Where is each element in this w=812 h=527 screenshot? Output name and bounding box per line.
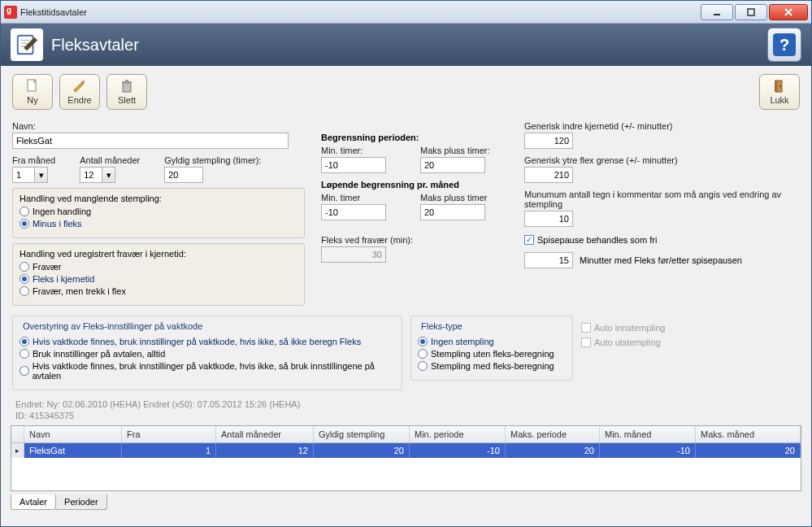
row-indicator-icon — [11, 443, 24, 458]
radio-fleks-kjernetid[interactable]: Fleks i kjernetid — [20, 274, 297, 284]
auto-innstempling-checkbox: Auto innstempling — [581, 323, 665, 333]
uregistrert-fravaer-group: Handling ved uregistrert fravær i kjerne… — [12, 243, 305, 306]
fleks-fravaer-label: Fleks ved fravær (min): — [321, 235, 508, 245]
cell-gyldig: 20 — [314, 443, 410, 458]
overstyring-group: Overstyring av Fleks-innstillinger på va… — [12, 316, 402, 390]
min-fleks-label: Minutter med Fleks før/etter spisepausen — [580, 255, 742, 265]
col-fra[interactable]: Fra — [122, 426, 216, 442]
new-button[interactable]: Ny — [12, 74, 53, 110]
ytre-flex-label: Generisk ytre flex grense (+/- minutter) — [524, 155, 800, 165]
flekstype-title: Fleks-type — [418, 321, 466, 331]
col-maks-periode[interactable]: Maks. periode — [506, 426, 600, 442]
help-button[interactable]: ? — [767, 28, 801, 62]
maks-pluss2-label: Maks pluss timer — [420, 193, 508, 203]
maximize-button[interactable] — [735, 4, 767, 20]
navn-input[interactable] — [12, 133, 289, 149]
cell-min-maned: -10 — [600, 443, 696, 458]
meta-endret: Endret: Ny: 02.06.2010 (HEHA) Endret (x5… — [15, 399, 797, 410]
cell-navn: FleksGat — [24, 443, 122, 458]
gyldig-stempling-input[interactable] — [164, 167, 203, 183]
edit-label: Endre — [67, 95, 91, 105]
min-timer2-label: Min. timer — [321, 193, 409, 203]
ytre-flex-input[interactable] — [524, 167, 573, 183]
meta-info: Endret: Ny: 02.06.2010 (HEHA) Endret (x5… — [1, 395, 811, 424]
chevron-down-icon[interactable]: ▾ — [102, 167, 115, 183]
fra-maned-input[interactable] — [12, 167, 35, 183]
col-min-maned[interactable]: Min. måned — [600, 426, 696, 442]
maks-pluss-label: Maks pluss timer: — [420, 146, 508, 155]
lopende-title: Løpende begrensning pr. måned — [321, 180, 508, 189]
toolbar: Ny Endre Slett Lukk — [1, 66, 811, 118]
manglende-title: Handling ved manglende stempling: — [20, 194, 297, 203]
cell-antall: 12 — [216, 443, 314, 458]
bottom-tabs: Avtaler Perioder — [1, 494, 811, 515]
col-antall[interactable]: Antall måneder — [216, 426, 314, 442]
antall-maneder-combo[interactable]: ▾ — [80, 167, 140, 183]
cell-maks-periode: 20 — [506, 443, 600, 458]
min-tegn-input[interactable] — [524, 211, 573, 227]
cell-fra: 1 — [122, 443, 216, 458]
app-window: Flekstitidsavtaler Fleksavtaler ? Ny End… — [0, 0, 812, 527]
indre-kjernetid-label: Generisk indre kjernetid (+/- minutter) — [524, 121, 800, 131]
fra-maned-label: Fra måned — [12, 155, 55, 165]
close-app-button[interactable]: Lukk — [759, 74, 800, 110]
radio-flekstype-2[interactable]: Stempling uten fleks-beregning — [418, 349, 566, 359]
manglende-stempling-group: Handling ved manglende stempling: Ingen … — [12, 188, 305, 238]
flekstype-group: Fleks-type Ingen stempling Stempling ute… — [410, 316, 573, 381]
data-grid[interactable]: Navn Fra Antall måneder Gyldig stempling… — [11, 425, 801, 491]
radio-fravaer-trekk[interactable]: Fravær, men trekk i flex — [20, 286, 297, 296]
col-navn[interactable]: Navn — [24, 426, 122, 442]
svg-point-15 — [779, 85, 781, 87]
radio-overstyring-1[interactable]: Hvis vaktkode finnes, bruk innstillinger… — [20, 337, 395, 346]
tab-avtaler[interactable]: Avtaler — [11, 494, 56, 510]
fra-maned-combo[interactable]: ▾ — [12, 167, 55, 183]
fleks-fravaer-input — [321, 246, 386, 263]
col-maks-maned[interactable]: Maks. måned — [696, 426, 801, 442]
svg-rect-11 — [122, 81, 132, 83]
edit-button[interactable]: Endre — [59, 74, 100, 110]
notepad-icon — [11, 28, 43, 61]
uregistrert-title: Handling ved uregistrert fravær i kjerne… — [20, 249, 297, 259]
main-content: Navn: Fra måned ▾ Antall måneder — [1, 118, 811, 395]
indre-kjernetid-input[interactable] — [524, 133, 573, 149]
radio-ingen-handling[interactable]: Ingen handling — [20, 207, 297, 216]
delete-label: Slett — [118, 95, 136, 105]
col-min-periode[interactable]: Min. periode — [410, 426, 506, 442]
radio-overstyring-2[interactable]: Bruk innstillinger på avtalen, alltid — [20, 349, 395, 359]
spisepause-checkbox[interactable]: Spisepause behandles som fri — [524, 235, 800, 245]
radio-flekstype-3[interactable]: Stempling med fleks-beregning — [418, 361, 566, 371]
radio-fravaer[interactable]: Fravær — [20, 262, 297, 272]
pencil-icon — [72, 79, 87, 94]
help-icon: ? — [773, 33, 796, 56]
maks-pluss-input[interactable] — [420, 157, 485, 173]
door-icon — [772, 79, 787, 94]
page-title: Fleksavtaler — [51, 36, 139, 54]
gyldig-stempling-label: Gyldig stempling (timer): — [164, 155, 261, 165]
grid-header: Navn Fra Antall måneder Gyldig stempling… — [11, 426, 801, 443]
close-button[interactable] — [769, 4, 808, 20]
app-icon — [4, 6, 17, 19]
svg-rect-10 — [123, 83, 131, 92]
chevron-down-icon[interactable]: ▾ — [35, 167, 48, 183]
maks-pluss2-input[interactable] — [420, 204, 485, 220]
svg-rect-1 — [748, 9, 754, 15]
delete-button[interactable]: Slett — [106, 74, 147, 110]
minimize-button[interactable] — [701, 4, 733, 20]
cell-maks-maned: 20 — [696, 443, 801, 458]
radio-minus-fleks[interactable]: Minus i fleks — [20, 219, 297, 229]
begrensning-periode-title: Begrensning perioden: — [321, 133, 508, 142]
min-timer2-input[interactable] — [321, 204, 386, 220]
window-buttons — [699, 4, 808, 20]
table-row[interactable]: FleksGat 1 12 20 -10 20 -10 20 — [11, 443, 801, 458]
window-title: Flekstitidsavtaler — [20, 7, 699, 17]
antall-maneder-input[interactable] — [80, 167, 102, 183]
min-fleks-input[interactable] — [524, 252, 573, 268]
col-gyldig[interactable]: Gyldig stempling — [314, 426, 410, 442]
radio-flekstype-1[interactable]: Ingen stempling — [418, 337, 566, 346]
header-band: Fleksavtaler ? — [1, 24, 811, 66]
navn-label: Navn: — [12, 121, 305, 131]
radio-overstyring-3[interactable]: Hvis vaktkode finnes, bruk innstillinger… — [20, 361, 395, 381]
tab-perioder[interactable]: Perioder — [55, 494, 107, 510]
antall-maneder-label: Antall måneder — [80, 155, 140, 165]
min-timer-input[interactable] — [321, 157, 386, 173]
